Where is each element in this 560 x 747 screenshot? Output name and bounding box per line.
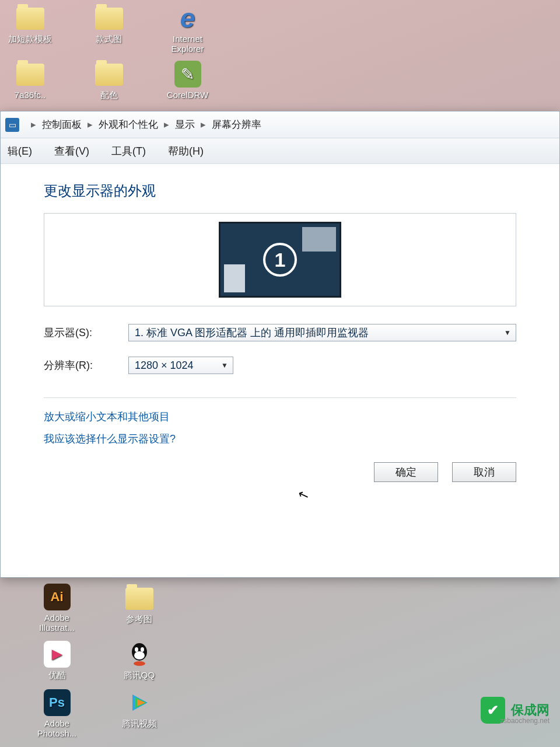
display-dropdown[interactable]: 1. 标准 VGA 图形适配器 上的 通用即插即用监视器 ▼ <box>128 324 516 341</box>
resolution-label: 分辨率(R): <box>44 358 128 372</box>
watermark-sub: zsbaocheng.net <box>500 717 550 725</box>
desktop-icons-top: 加短款模板 款式图 e Internet Explorer 7a36fc.. 配… <box>0 0 560 101</box>
desktop-icon-ie[interactable]: e Internet Explorer <box>160 4 215 54</box>
chevron-right-icon: ▸ <box>201 118 206 131</box>
desktop-icon-folder-4[interactable]: 配色 <box>81 60 136 101</box>
desktop-icon-label: 参考图 <box>111 614 167 625</box>
youku-icon: ▶ <box>44 641 71 668</box>
watermark-text: 保成网 <box>511 703 550 717</box>
monitor-preview[interactable]: 1 <box>219 222 341 298</box>
chevron-right-icon: ▸ <box>164 118 169 131</box>
display-label: 显示器(S): <box>44 326 128 340</box>
svg-point-4 <box>134 661 145 666</box>
folder-icon <box>16 8 44 30</box>
menu-edit[interactable]: 辑(E) <box>4 142 36 160</box>
breadcrumb-display[interactable]: 显示 <box>175 118 195 131</box>
desktop-icon-label: 腾讯QQ <box>111 670 167 681</box>
desktop-icon-coreldraw[interactable]: ✎ CorelDRW <box>160 60 215 101</box>
desktop-icon-folder-2[interactable]: 款式图 <box>81 4 136 54</box>
monitor-thumb-icon <box>224 264 245 292</box>
desktop-icon-folder-1[interactable]: 加短款模板 <box>2 4 58 54</box>
desktop-icon-label: 款式图 <box>81 34 136 45</box>
desktop-icon-illustrator[interactable]: Ai Adobe Illustrat... <box>29 584 85 633</box>
menu-help[interactable]: 帮助(H) <box>164 142 207 160</box>
desktop-icon-label: CorelDRW <box>160 90 215 100</box>
display-row: 显示器(S): 1. 标准 VGA 图形适配器 上的 通用即插即用监视器 ▼ <box>44 324 516 341</box>
chevron-right-icon: ▸ <box>88 118 93 131</box>
desktop-icon-label: 优酷 <box>29 670 85 681</box>
svg-point-2 <box>135 647 138 652</box>
help-links: 放大或缩小文本和其他项目 我应该选择什么显示器设置? <box>44 410 516 446</box>
display-preview-box[interactable]: 1 <box>44 213 516 306</box>
desktop-icon-qq[interactable]: 腾讯QQ <box>111 641 167 681</box>
chevron-right-icon: ▸ <box>31 118 36 131</box>
monitor-thumb-icon <box>302 227 336 252</box>
desktop-icon-label: Adobe Illustrat... <box>29 613 85 633</box>
resolution-row: 分辨率(R): 1280 × 1024 ▼ <box>44 357 516 374</box>
desktop-icon-label: 7a36fc.. <box>2 90 58 100</box>
chevron-down-icon: ▼ <box>504 329 511 337</box>
dialog-buttons: 确定 取消 <box>44 462 516 482</box>
breadcrumb-bar: ▭ ▸ 控制面板 ▸ 外观和个性化 ▸ 显示 ▸ 屏幕分辨率 <box>1 111 559 138</box>
chevron-down-icon: ▼ <box>221 361 228 369</box>
cancel-button[interactable]: 取消 <box>452 462 516 482</box>
breadcrumb-resolution[interactable]: 屏幕分辨率 <box>212 118 261 131</box>
page-title: 更改显示器的外观 <box>44 181 516 200</box>
qq-icon <box>126 641 153 668</box>
resolution-dropdown[interactable]: 1280 × 1024 ▼ <box>128 357 233 374</box>
desktop-icon-photoshop[interactable]: Ps Adobe Photosh... <box>29 689 85 738</box>
desktop-icon-label: 配色 <box>81 90 136 101</box>
illustrator-icon: Ai <box>44 584 71 610</box>
folder-icon <box>95 8 123 30</box>
folder-icon <box>95 64 123 86</box>
svg-point-1 <box>134 651 145 659</box>
menu-tools[interactable]: 工具(T) <box>108 142 149 160</box>
control-panel-icon: ▭ <box>5 118 19 132</box>
monitor-number-badge: 1 <box>263 243 297 277</box>
desktop-icon-label: 加短款模板 <box>2 34 58 45</box>
folder-icon <box>125 588 153 610</box>
link-display-help[interactable]: 我应该选择什么显示器设置? <box>44 432 516 446</box>
desktop-icon-label: 腾讯视频 <box>111 718 167 729</box>
breadcrumb-appearance[interactable]: 外观和个性化 <box>99 118 158 131</box>
watermark: ✔ 保成网 zsbaocheng.net <box>481 697 550 724</box>
photoshop-icon: Ps <box>44 689 71 716</box>
desktop-icon-folder-3[interactable]: 7a36fc.. <box>2 60 58 101</box>
svg-point-3 <box>141 647 144 652</box>
desktop-icons-bottom: Ai Adobe Illustrat... 参考图 ▶ 优酷 腾讯QQ Ps A… <box>0 584 167 746</box>
desktop-icon-tencent-video[interactable]: 腾讯视频 <box>111 689 167 738</box>
desktop-icon-label: Internet Explorer <box>160 34 215 54</box>
breadcrumb-control-panel[interactable]: 控制面板 <box>42 118 82 131</box>
desktop-icon-youku[interactable]: ▶ 优酷 <box>29 641 85 681</box>
control-panel-window: ▭ ▸ 控制面板 ▸ 外观和个性化 ▸ 显示 ▸ 屏幕分辨率 辑(E) 查看(V… <box>0 111 560 578</box>
menu-bar: 辑(E) 查看(V) 工具(T) 帮助(H) <box>1 138 559 164</box>
display-value: 1. 标准 VGA 图形适配器 上的 通用即插即用监视器 <box>135 326 369 340</box>
content-area: 更改显示器的外观 1 显示器(S): 1. 标准 VGA 图形适配器 上的 通用… <box>1 164 559 494</box>
menu-view[interactable]: 查看(V) <box>51 142 93 160</box>
desktop-icon-folder-ref[interactable]: 参考图 <box>111 584 167 633</box>
divider <box>44 397 516 398</box>
link-text-scaling[interactable]: 放大或缩小文本和其他项目 <box>44 410 516 424</box>
ie-icon: e <box>180 2 195 34</box>
folder-icon <box>16 64 44 86</box>
ok-button[interactable]: 确定 <box>374 462 438 482</box>
desktop-icon-label: Adobe Photosh... <box>29 718 85 738</box>
resolution-value: 1280 × 1024 <box>135 359 194 372</box>
coreldraw-icon: ✎ <box>174 61 201 88</box>
tencent-video-icon <box>126 689 153 716</box>
